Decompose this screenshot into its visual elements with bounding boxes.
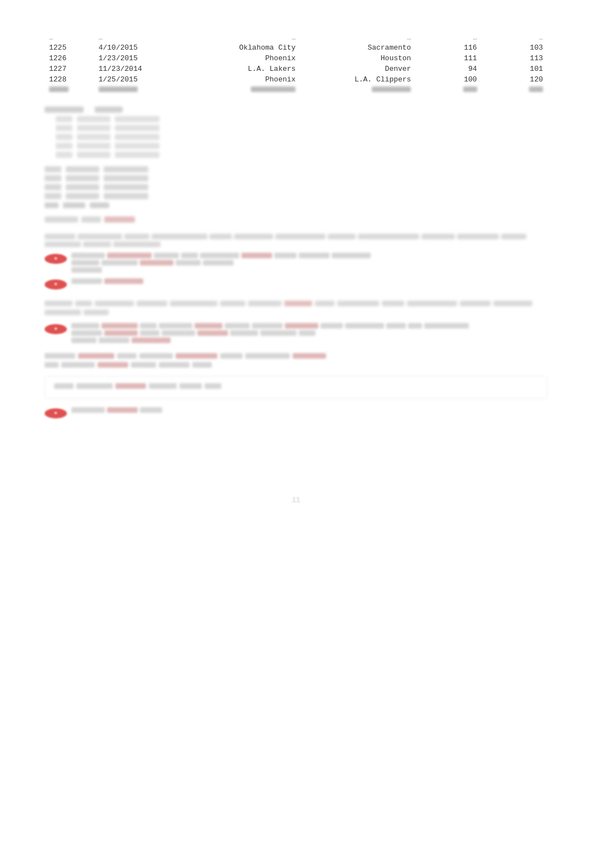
table-row: 1228 1/25/2015 Phoenix L.A. Clippers 100… bbox=[45, 74, 547, 85]
row-score1: 94 bbox=[415, 64, 481, 74]
cell-number-badge-4: ● bbox=[45, 408, 67, 418]
blurred-section-3 bbox=[45, 301, 547, 315]
cell-content-2 bbox=[71, 278, 547, 284]
row-team1: Phoenix bbox=[185, 74, 300, 85]
cell-number-badge-3: ● bbox=[45, 324, 67, 334]
row-id: 1228 bbox=[45, 74, 94, 85]
col-header-team1: … bbox=[185, 33, 300, 42]
data-table-section: … … … … … … 1225 4/10/2015 Oklahoma City… bbox=[45, 33, 547, 95]
output-blurred-section bbox=[45, 353, 547, 368]
row-date: 4/10/2015 bbox=[94, 42, 185, 53]
row-team1: Phoenix bbox=[185, 53, 300, 64]
col-header-score2: … bbox=[482, 33, 547, 42]
blurred-description-paragraph bbox=[45, 234, 547, 247]
notebook-cell-3: ● bbox=[45, 323, 547, 345]
cell-number-badge: ● bbox=[45, 254, 67, 264]
table-row-blurred bbox=[45, 85, 547, 95]
row-date: 11/23/2014 bbox=[94, 64, 185, 74]
row-score2-blurred bbox=[482, 85, 547, 95]
col-header-score1: … bbox=[415, 33, 481, 42]
table-row: 1227 11/23/2014 L.A. Lakers Denver 94 10… bbox=[45, 64, 547, 74]
notebook-cell-2: ● bbox=[45, 278, 547, 290]
page-number: 11 bbox=[292, 496, 300, 504]
output-box bbox=[45, 376, 547, 399]
footer-space bbox=[45, 424, 547, 480]
row-score1: 116 bbox=[415, 42, 481, 53]
row-team1: L.A. Lakers bbox=[185, 64, 300, 74]
table-row: 1225 4/10/2015 Oklahoma City Sacramento … bbox=[45, 42, 547, 53]
row-id: 1226 bbox=[45, 53, 94, 64]
row-date: 1/23/2015 bbox=[94, 53, 185, 64]
row-id: 1227 bbox=[45, 64, 94, 74]
cell-content-4 bbox=[71, 407, 547, 413]
row-team2: Houston bbox=[300, 53, 415, 64]
row-team2: Sacramento bbox=[300, 42, 415, 53]
row-team1-blurred bbox=[185, 85, 300, 95]
blurred-label-line bbox=[45, 216, 547, 223]
cell-content-3 bbox=[71, 323, 547, 345]
cell-number-badge-2: ● bbox=[45, 279, 67, 290]
game-data-table: … … … … … … 1225 4/10/2015 Oklahoma City… bbox=[45, 33, 547, 95]
row-score1: 111 bbox=[415, 53, 481, 64]
row-score1-blurred bbox=[415, 85, 481, 95]
row-date: 1/25/2015 bbox=[94, 74, 185, 85]
row-team1: Oklahoma City bbox=[185, 42, 300, 53]
table-header-row: … … … … … … bbox=[45, 33, 547, 42]
row-score2: 120 bbox=[482, 74, 547, 85]
table-row: 1226 1/23/2015 Phoenix Houston 111 113 bbox=[45, 53, 547, 64]
col-header-id: … bbox=[45, 33, 94, 42]
blurred-section-1 bbox=[45, 107, 547, 158]
row-score2: 101 bbox=[482, 64, 547, 74]
row-id-blurred bbox=[45, 85, 94, 95]
col-header-date: … bbox=[94, 33, 185, 42]
cell-content-1 bbox=[71, 253, 547, 273]
row-id: 1225 bbox=[45, 42, 94, 53]
row-score2: 103 bbox=[482, 42, 547, 53]
notebook-cell-4: ● bbox=[45, 407, 547, 418]
pagination: 11 bbox=[45, 496, 547, 504]
row-team2-blurred bbox=[300, 85, 415, 95]
notebook-cell-1: ● bbox=[45, 253, 547, 273]
blurred-section-2 bbox=[45, 166, 547, 208]
col-header-team2: … bbox=[300, 33, 415, 42]
row-score2: 113 bbox=[482, 53, 547, 64]
row-date-blurred bbox=[94, 85, 185, 95]
row-team2: Denver bbox=[300, 64, 415, 74]
row-score1: 100 bbox=[415, 74, 481, 85]
row-team2: L.A. Clippers bbox=[300, 74, 415, 85]
